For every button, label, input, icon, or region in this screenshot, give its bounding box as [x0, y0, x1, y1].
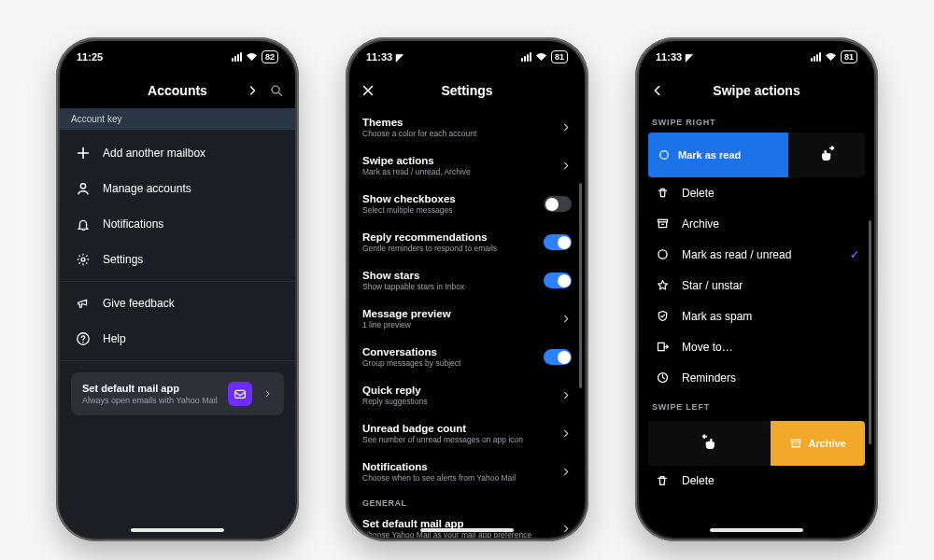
- option-row[interactable]: Mark as read / unread✓: [639, 239, 874, 270]
- search-icon[interactable]: [269, 83, 284, 98]
- settings-row[interactable]: Message preview1 line preview: [349, 300, 585, 338]
- settings-row[interactable]: ConversationsGroup messages by subject: [349, 338, 585, 376]
- shield-icon: [654, 309, 671, 323]
- settings-subtitle: Select multiple messages: [362, 205, 456, 215]
- chevron-right-icon: [561, 524, 572, 534]
- hand-left-icon: [700, 433, 720, 454]
- scrollbar[interactable]: [579, 183, 582, 388]
- location-icon: ◤: [396, 52, 403, 63]
- chevron-right-icon: [561, 467, 572, 477]
- archive-icon: [789, 437, 802, 450]
- close-button[interactable]: [349, 73, 387, 108]
- toggle[interactable]: [544, 273, 572, 288]
- cellular-icon: [521, 52, 531, 62]
- settings-subtitle: See number of unread messages on app ico…: [362, 435, 523, 444]
- divider: [60, 360, 295, 361]
- chevron-right-icon: [561, 428, 572, 439]
- person-icon: [75, 181, 92, 196]
- option-label: Mark as read / unread: [682, 248, 791, 261]
- settings-title: Conversations: [362, 346, 460, 357]
- chevron-right-icon: [561, 314, 572, 324]
- cellular-icon: [811, 52, 821, 62]
- settings-row[interactable]: Show starsShow tappable stars in Inbox: [349, 261, 585, 300]
- phone-swipe-actions: 11:33◤ 81 Swipe actions SWIPE RIGHT: [635, 37, 878, 541]
- option-row[interactable]: Archive: [639, 208, 874, 239]
- option-label: Star / unstar: [682, 279, 743, 292]
- home-indicator[interactable]: [710, 528, 803, 532]
- settings-subtitle: Show tappable stars in Inbox: [362, 282, 464, 291]
- account-key-banner[interactable]: Account key: [60, 108, 295, 130]
- option-label: Archive: [682, 217, 719, 231]
- chevron-right-icon: [263, 389, 273, 399]
- cellular-icon: [232, 52, 242, 62]
- section-swipe-right: SWIPE RIGHT: [639, 108, 874, 133]
- toggle[interactable]: [544, 234, 572, 250]
- swipe-left-action-label: Archive: [808, 438, 845, 449]
- section-general: GENERAL: [349, 491, 585, 510]
- page-title: Settings: [441, 83, 492, 98]
- settings-row[interactable]: Show checkboxesSelect multiple messages: [349, 185, 585, 223]
- menu-label: Notifications: [103, 217, 163, 231]
- option-label: Move to…: [682, 341, 733, 354]
- mail-app-icon: [228, 382, 252, 406]
- hand-right-icon: [816, 145, 837, 165]
- phone-lineup: 11:25 82 Accounts Account key Add anothe…: [0, 0, 934, 560]
- settings-row[interactable]: Swipe actionsMark as read / unread, Arch…: [349, 147, 585, 185]
- settings-title: Reply recommendations: [362, 231, 497, 243]
- menu-item[interactable]: Notifications: [60, 206, 295, 242]
- menu-item[interactable]: Add another mailbox: [60, 135, 295, 171]
- menu-label: Settings: [103, 253, 143, 266]
- option-label: Mark as spam: [682, 310, 752, 323]
- option-row[interactable]: Reminders: [639, 362, 874, 393]
- default-mail-card[interactable]: Set default mail app Always open emails …: [71, 372, 284, 415]
- toggle[interactable]: [544, 349, 572, 365]
- settings-row[interactable]: ThemesChoose a color for each account: [349, 108, 585, 147]
- archive-icon: [654, 217, 671, 231]
- page-title: Accounts: [148, 83, 207, 98]
- option-row[interactable]: Move to…: [639, 331, 874, 362]
- settings-row[interactable]: Set default mail appChoose Yahoo Mail as…: [349, 510, 585, 538]
- back-button[interactable]: [639, 73, 676, 108]
- navbar: Accounts: [60, 73, 295, 108]
- menu-item[interactable]: Manage accounts: [60, 171, 295, 206]
- nav-chevron-icon[interactable]: [247, 84, 260, 97]
- notch: [705, 41, 808, 62]
- swipe-left-preview: Archive: [648, 421, 865, 466]
- page-title: Swipe actions: [713, 83, 800, 98]
- option-row[interactable]: Mark as spam: [639, 301, 874, 331]
- settings-title: Unread badge count: [362, 423, 523, 434]
- settings-row[interactable]: NotificationsChoose when to see alerts f…: [349, 453, 585, 491]
- toggle[interactable]: [544, 196, 572, 212]
- option-row[interactable]: Delete: [639, 177, 874, 208]
- menu-item[interactable]: Help: [60, 321, 295, 357]
- chevron-right-icon: [561, 161, 572, 171]
- check-icon: ✓: [850, 248, 859, 261]
- settings-subtitle: Choose a color for each account: [362, 129, 476, 138]
- default-mail-title: Set default mail app: [82, 383, 218, 394]
- home-indicator[interactable]: [131, 528, 224, 532]
- scrollbar[interactable]: [869, 220, 871, 444]
- bell-icon: [75, 217, 92, 231]
- status-time: 11:25: [77, 51, 103, 63]
- option-row[interactable]: Star / unstar: [639, 270, 874, 301]
- menu-label: Add another mailbox: [103, 147, 205, 160]
- menu-item[interactable]: Settings: [60, 242, 295, 277]
- trash-icon: [654, 473, 671, 488]
- settings-row[interactable]: Quick replyReply suggestions: [349, 376, 585, 414]
- settings-subtitle: Group messages by subject: [362, 358, 460, 368]
- settings-subtitle: Gentle reminders to respond to emails: [362, 244, 497, 253]
- option-row[interactable]: Delete: [639, 466, 874, 496]
- swipe-right-preview: Mark as read: [648, 133, 865, 177]
- trash-icon: [654, 186, 671, 200]
- settings-subtitle: Mark as read / unread, Archive: [362, 167, 471, 176]
- section-swipe-left: SWIPE LEFT: [639, 393, 874, 417]
- help-icon: [75, 331, 92, 346]
- move-icon: [654, 340, 671, 354]
- location-icon: ◤: [686, 52, 693, 63]
- settings-row[interactable]: Unread badge countSee number of unread m…: [349, 414, 585, 453]
- menu-item[interactable]: Give feedback: [60, 286, 295, 321]
- wifi-icon: [535, 52, 547, 62]
- settings-row[interactable]: Reply recommendationsGentle reminders to…: [349, 223, 585, 261]
- home-indicator[interactable]: [420, 528, 514, 532]
- settings-title: Notifications: [362, 461, 516, 472]
